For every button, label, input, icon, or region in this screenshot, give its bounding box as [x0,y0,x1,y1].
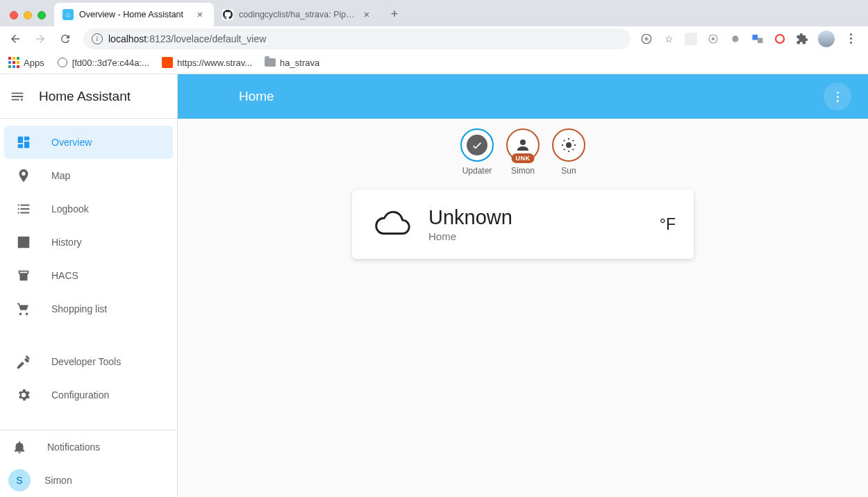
user-avatar-icon: S [8,469,31,491]
translate-extension-icon[interactable] [751,33,764,45]
apps-button[interactable]: Apps [8,57,44,68]
map-icon [15,167,32,184]
extension-icon[interactable] [774,33,786,45]
favicon-github-icon [222,9,233,20]
sidebar-item-label: Overview [51,137,92,148]
folder-icon [265,58,276,67]
reload-button[interactable] [54,28,76,50]
badge-label: Simon [511,166,535,176]
browser-chrome: ⌂ Overview - Home Assistant × codingcycl… [0,0,868,74]
overflow-menu-button[interactable] [824,83,851,110]
kebab-icon [831,92,844,102]
forward-button[interactable] [29,28,51,50]
menu-toggle-button[interactable] [10,88,26,105]
bookmark-folder[interactable]: ha_strava [265,57,319,68]
close-window-icon[interactable] [10,11,18,19]
sidebar-item-label: Logbook [51,203,89,214]
extensions-puzzle-icon[interactable] [796,33,808,45]
person-icon [515,137,531,153]
apps-grid-icon [8,57,19,68]
extension-icon[interactable] [685,33,697,45]
url-text: localhost:8123/lovelace/default_view [108,33,266,44]
add-to-icon[interactable] [640,33,653,45]
svg-rect-5 [758,37,763,43]
extension-icon[interactable] [729,33,742,45]
sidebar-item-label: Notifications [47,441,100,453]
profile-avatar-icon[interactable] [818,31,835,47]
svg-rect-4 [753,35,758,40]
sidebar-item-label: HACS [51,270,78,281]
sidebar-item-label: Configuration [51,389,109,401]
svg-point-6 [776,35,784,43]
tab-title: codingcyclist/ha_strava: Pipe y [239,10,356,19]
cart-icon [15,301,32,317]
close-tab-icon[interactable]: × [361,9,372,20]
cloud-icon [370,205,413,244]
bookmark-item[interactable]: https://www.strav... [162,57,252,68]
badge-person-simon[interactable]: UNK Simon [506,128,540,176]
weather-location: Home [428,230,660,242]
svg-point-2 [712,37,715,41]
badges-row: Updater UNK Simon Sun [460,128,585,176]
badge-updater[interactable]: Updater [460,128,494,176]
badge-sun[interactable]: Sun [552,128,585,176]
url-bar[interactable]: i localhost:8123/lovelace/default_view [83,28,631,49]
check-circle-icon [467,135,487,155]
sidebar-item-user[interactable]: S Simon [0,464,177,497]
chart-icon [15,234,32,251]
globe-icon [58,58,67,67]
svg-line-14 [564,149,565,150]
sidebar-item-configuration[interactable]: Configuration [4,378,173,412]
sidebar-item-label: Shopping list [51,303,107,314]
extension-icon[interactable] [707,33,719,45]
sidebar-header: Home Assistant [0,74,177,119]
strava-icon [162,57,173,68]
new-tab-button[interactable]: + [385,5,404,24]
sidebar-item-map[interactable]: Map [4,159,173,192]
bell-icon [11,439,28,455]
sidebar-nav: Overview Map Logbook History HACS Shoppi… [0,119,177,430]
dashboard-icon [15,134,32,151]
browser-tab[interactable]: codingcyclist/ha_strava: Pipe y × [214,3,381,26]
sidebar-item-shopping[interactable]: Shopping list [4,292,173,326]
sidebar-item-hacs[interactable]: HACS [4,259,173,292]
dashboard-content: Updater UNK Simon Sun [178,119,868,497]
bookmarks-bar: Apps [fd00::3d7e:c44a:... https://www.st… [0,51,868,74]
bookmark-item[interactable]: [fd00::3d7e:c44a:... [57,57,149,68]
sidebar-item-history[interactable]: History [4,226,173,259]
svg-line-15 [573,140,574,141]
app-root: Home Assistant Overview Map Logbook Hist… [0,74,868,497]
sidebar-item-notifications[interactable]: Notifications [0,430,177,464]
toolbar-extensions: ☆ [637,31,864,47]
sidebar-item-label: History [51,237,82,248]
site-info-icon[interactable]: i [92,33,103,44]
sidebar-item-logbook[interactable]: Logbook [4,192,173,226]
weather-state: Unknown [428,206,660,229]
sidebar-footer: Notifications S Simon [0,430,177,497]
weather-unit: °F [660,215,676,234]
store-icon [15,267,32,284]
maximize-window-icon[interactable] [37,11,46,19]
tab-title: Overview - Home Assistant [79,10,189,19]
sidebar-item-overview[interactable]: Overview [4,126,173,159]
svg-point-7 [566,142,571,148]
badge-label: Updater [462,166,492,176]
badge-label: Sun [561,166,576,176]
back-button[interactable] [4,28,26,50]
sidebar-item-label: Map [51,170,70,181]
gear-icon [15,387,32,403]
page-title: Home [239,89,274,104]
weather-card[interactable]: Unknown Home °F [352,189,694,259]
chrome-menu-button[interactable] [844,33,857,45]
close-tab-icon[interactable]: × [194,9,206,20]
main-area: Home Updater [178,74,868,497]
browser-tab-active[interactable]: ⌂ Overview - Home Assistant × [54,3,214,26]
user-name-label: Simon [44,475,72,486]
svg-line-13 [573,149,574,150]
list-icon [15,201,32,217]
topbar: Home [178,74,868,119]
minimize-window-icon[interactable] [24,11,32,19]
sidebar-item-devtools[interactable]: Developer Tools [4,345,173,378]
window-controls [6,11,54,26]
bookmark-star-icon[interactable]: ☆ [662,33,675,45]
